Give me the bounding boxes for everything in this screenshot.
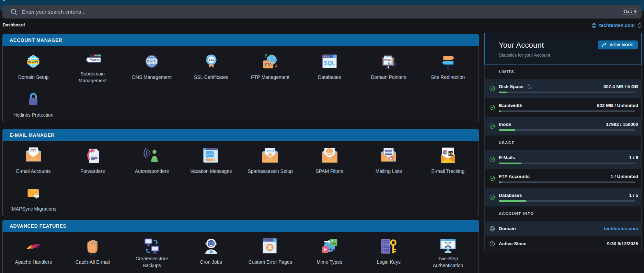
svg-text:SPAM: SPAM [266, 150, 274, 152]
svg-text://www.: //www. [90, 58, 100, 61]
svg-text:xxx: xxx [91, 241, 98, 245]
svg-text:SQL: SQL [324, 60, 335, 66]
svg-text:****: **** [30, 150, 37, 154]
svg-text:DNS: DNS [147, 59, 157, 63]
svg-text:WWW: WWW [384, 59, 391, 61]
svg-text:FTP: FTP [265, 63, 272, 67]
svg-text:WWW: WWW [28, 60, 38, 64]
svg-text:!: ! [270, 153, 271, 156]
svg-text:SSL: SSL [208, 58, 214, 61]
